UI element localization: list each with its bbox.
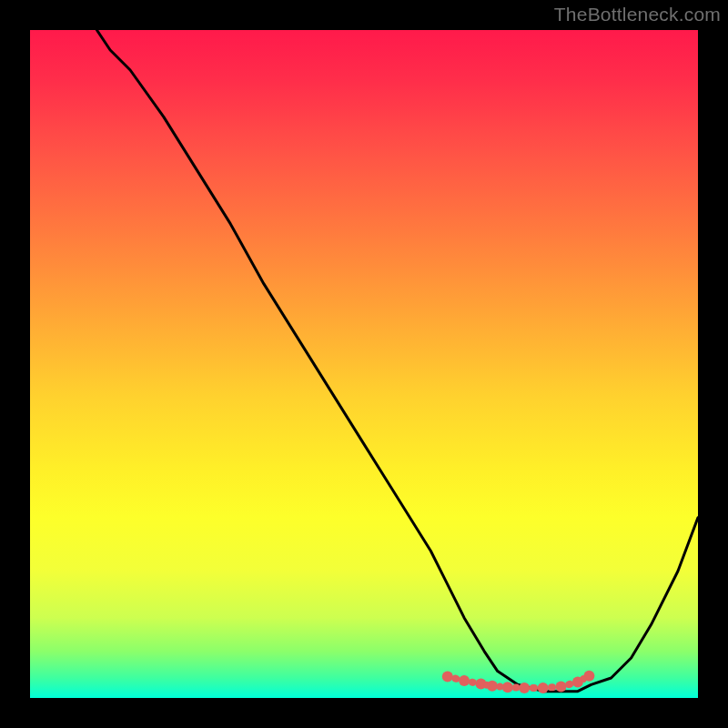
trough-marker-dot xyxy=(442,672,453,682)
curve-path xyxy=(96,30,698,692)
trough-marker-dot xyxy=(459,675,470,686)
trough-marker-dot xyxy=(538,682,549,693)
watermark-text: TheBottleneck.com xyxy=(554,4,721,25)
chart-frame: TheBottleneck.com xyxy=(0,0,728,728)
chart-svg xyxy=(30,30,698,698)
trough-marker-dash xyxy=(530,684,538,692)
trough-marker-dot xyxy=(502,682,513,693)
plot-area xyxy=(30,30,698,698)
trough-marker-dot xyxy=(556,682,567,693)
trough-marker-dot xyxy=(519,682,530,693)
bottleneck-curve xyxy=(96,30,698,692)
